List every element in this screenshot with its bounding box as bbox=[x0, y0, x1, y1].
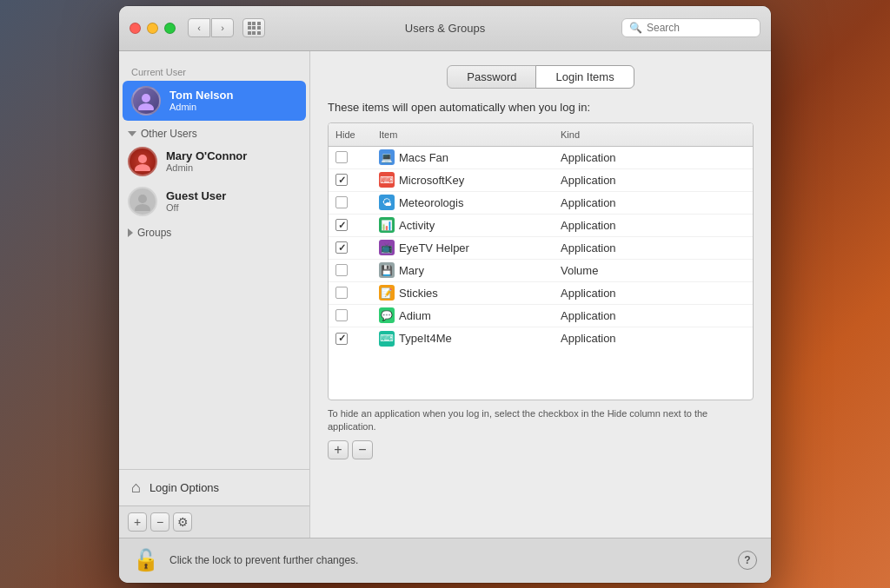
login-options-button[interactable]: ⌂ Login Options bbox=[119, 469, 309, 505]
item-name-1: MicrosoftKey bbox=[399, 174, 464, 187]
hide-checkbox-6[interactable] bbox=[335, 287, 348, 299]
remove-item-button[interactable]: − bbox=[352, 440, 373, 459]
content-area: Current User Tom Nelson Admin Other User… bbox=[119, 51, 771, 538]
house-icon: ⌂ bbox=[131, 479, 141, 497]
cell-extra-4 bbox=[735, 245, 753, 250]
hide-checkbox-2[interactable] bbox=[335, 196, 348, 208]
cell-extra-0 bbox=[735, 155, 753, 160]
chevron-down-icon bbox=[128, 131, 136, 136]
item-name-2: Meteorologis bbox=[399, 196, 463, 209]
item-kind-4: Application bbox=[561, 241, 616, 254]
help-button[interactable]: ? bbox=[738, 551, 757, 570]
add-user-button[interactable]: + bbox=[128, 512, 147, 532]
tab-login-items[interactable]: Login Items bbox=[535, 65, 634, 89]
guest-info: Guest User Off bbox=[166, 189, 226, 213]
cell-item-3: 📊 Activity bbox=[372, 215, 554, 235]
search-bar[interactable]: 🔍 bbox=[621, 18, 760, 37]
hide-checkbox-0[interactable] bbox=[335, 151, 348, 163]
cell-kind-5: Volume bbox=[554, 261, 735, 280]
header-hide: Hide bbox=[329, 127, 372, 142]
cell-item-0: 💻 Macs Fan bbox=[372, 147, 554, 168]
settings-button[interactable]: ⚙ bbox=[173, 512, 192, 532]
sidebar-spacer bbox=[119, 244, 309, 469]
item-kind-2: Application bbox=[561, 196, 616, 209]
back-button[interactable]: ‹ bbox=[188, 18, 210, 37]
other-users-toggle[interactable]: Other Users bbox=[119, 121, 309, 142]
current-user-label: Current User bbox=[119, 62, 309, 81]
hide-checkbox-8[interactable]: ✓ bbox=[335, 333, 348, 345]
app-icon-3: 📊 bbox=[379, 217, 395, 233]
user-item-mary[interactable]: Mary O'Connor Admin bbox=[119, 142, 309, 182]
cell-hide-4: ✓ bbox=[329, 239, 372, 256]
cell-kind-4: Application bbox=[554, 239, 735, 257]
groups-label: Groups bbox=[137, 227, 171, 239]
add-item-button[interactable]: + bbox=[328, 440, 349, 459]
search-icon: 🔍 bbox=[629, 22, 642, 34]
maximize-button[interactable] bbox=[164, 23, 176, 34]
cell-hide-0 bbox=[329, 149, 372, 166]
svg-point-4 bbox=[138, 195, 147, 203]
svg-point-1 bbox=[138, 103, 154, 110]
item-kind-6: Application bbox=[561, 287, 616, 300]
cell-item-8: ⌨ TypeIt4Me bbox=[372, 328, 554, 349]
item-kind-8: Application bbox=[561, 332, 616, 345]
remove-user-button[interactable]: − bbox=[150, 512, 169, 532]
app-icon-4: 📺 bbox=[379, 240, 395, 255]
cell-kind-3: Application bbox=[554, 216, 735, 235]
cell-kind-7: Application bbox=[554, 307, 735, 325]
svg-point-0 bbox=[142, 94, 150, 102]
cell-item-1: ⌨ MicrosoftKey bbox=[372, 169, 554, 190]
table-row: 📝 Stickies Application bbox=[329, 282, 753, 305]
item-kind-7: Application bbox=[561, 309, 616, 322]
other-users-label: Other Users bbox=[141, 128, 197, 140]
cell-kind-2: Application bbox=[554, 194, 735, 212]
table-row: 💾 Mary Volume bbox=[329, 260, 753, 282]
table-row: 💻 Macs Fan Application bbox=[329, 147, 753, 169]
window-title: Users & Groups bbox=[405, 22, 485, 35]
search-input[interactable] bbox=[647, 22, 753, 34]
cell-item-4: 📺 EyeTV Helper bbox=[372, 237, 554, 258]
item-kind-3: Application bbox=[561, 219, 616, 232]
item-name-4: EyeTV Helper bbox=[399, 241, 469, 254]
forward-button[interactable]: › bbox=[211, 18, 234, 37]
table-row: 💬 Adium Application bbox=[329, 305, 753, 327]
cell-item-7: 💬 Adium bbox=[372, 305, 554, 326]
hide-checkbox-3[interactable]: ✓ bbox=[335, 219, 348, 231]
main-panel: Password Login Items These items will op… bbox=[310, 51, 771, 538]
hint-text: To hide an application when you log in, … bbox=[328, 407, 745, 434]
mary-avatar bbox=[128, 147, 157, 176]
grid-button[interactable] bbox=[242, 18, 265, 37]
minimize-button[interactable] bbox=[147, 23, 158, 34]
cell-extra-2 bbox=[735, 200, 753, 205]
current-user-item[interactable]: Tom Nelson Admin bbox=[123, 81, 306, 121]
hide-checkbox-4[interactable]: ✓ bbox=[335, 241, 348, 254]
header-item: Item bbox=[372, 127, 554, 142]
login-options-label: Login Options bbox=[149, 481, 219, 494]
lock-icon[interactable]: 🔓 bbox=[133, 548, 159, 572]
cell-extra-7 bbox=[735, 313, 753, 318]
tabs: Password Login Items bbox=[447, 65, 634, 89]
app-icon-8: ⌨ bbox=[379, 331, 395, 347]
bottom-toolbar: + − bbox=[328, 440, 754, 459]
mary-role: Admin bbox=[166, 162, 247, 173]
hide-checkbox-1[interactable]: ✓ bbox=[335, 174, 348, 186]
svg-point-2 bbox=[138, 155, 147, 163]
table-row: ✓ ⌨ MicrosoftKey Application bbox=[329, 169, 753, 192]
hide-checkbox-7[interactable] bbox=[335, 309, 348, 321]
tab-password[interactable]: Password bbox=[447, 65, 536, 89]
item-name-3: Activity bbox=[399, 219, 435, 232]
cell-extra-3 bbox=[735, 222, 753, 228]
hide-checkbox-5[interactable] bbox=[335, 264, 348, 276]
current-user-role: Admin bbox=[169, 102, 233, 112]
svg-point-5 bbox=[135, 204, 150, 211]
app-icon-1: ⌨ bbox=[379, 172, 395, 188]
cell-hide-3: ✓ bbox=[329, 216, 372, 234]
window: ‹ › Users & Groups 🔍 Current User bbox=[119, 6, 771, 583]
user-item-guest[interactable]: Guest User Off bbox=[119, 182, 309, 221]
groups-item[interactable]: Groups bbox=[119, 221, 309, 244]
close-button[interactable] bbox=[130, 23, 141, 34]
item-name-0: Macs Fan bbox=[399, 151, 448, 164]
cell-item-2: 🌤 Meteorologis bbox=[372, 192, 554, 213]
cell-item-5: 💾 Mary bbox=[372, 260, 554, 281]
traffic-lights bbox=[130, 23, 176, 34]
